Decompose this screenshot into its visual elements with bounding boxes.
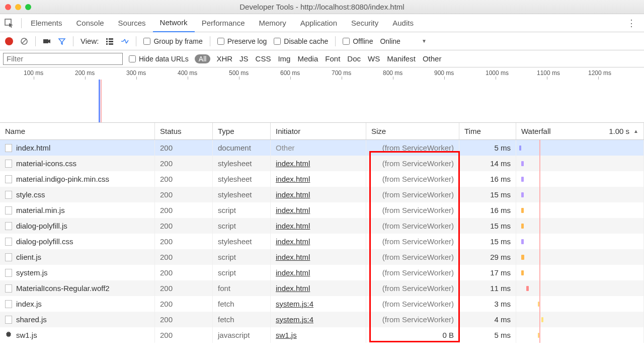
cell-status: 200 <box>155 280 213 296</box>
waterfall-bar <box>526 286 529 291</box>
tab-application[interactable]: Application <box>293 14 344 32</box>
tab-elements[interactable]: Elements <box>24 14 69 32</box>
table-row[interactable]: client.js200scriptindex.html(from Servic… <box>0 249 644 265</box>
cell-initiator[interactable]: system.js:4 <box>271 312 366 327</box>
cell-type: document <box>213 140 271 156</box>
tab-security[interactable]: Security <box>344 14 385 32</box>
cell-time: 16 ms <box>459 202 516 218</box>
offline-checkbox[interactable]: Offline <box>343 37 373 45</box>
close-window-icon[interactable] <box>5 4 11 10</box>
table-row[interactable]: dialog-polyfill.css200stylesheetindex.ht… <box>0 234 644 249</box>
table-row[interactable]: system.js200scriptindex.html(from Servic… <box>0 265 644 280</box>
large-rows-icon[interactable] <box>106 37 114 45</box>
cell-initiator[interactable]: sw1.js <box>271 327 366 343</box>
view-label: View: <box>80 37 99 45</box>
waterfall-bar <box>521 239 524 244</box>
request-name: material.indigo-pink.min.css <box>16 175 109 183</box>
cell-initiator[interactable]: system.js:4 <box>271 296 366 312</box>
filter-type-manifest[interactable]: Manifest <box>387 54 416 63</box>
filter-type-xhr[interactable]: XHR <box>216 54 232 63</box>
table-row[interactable]: MaterialIcons-Regular.woff2200fontindex.… <box>0 280 644 296</box>
cell-initiator[interactable]: index.html <box>271 265 366 280</box>
group-by-frame-checkbox[interactable]: Group by frame <box>143 37 202 45</box>
cell-status: 200 <box>155 202 213 218</box>
overview-icon[interactable] <box>121 37 129 45</box>
preserve-log-checkbox[interactable]: Preserve log <box>217 37 267 45</box>
request-name: index.js <box>16 300 42 308</box>
tab-performance[interactable]: Performance <box>195 14 252 32</box>
table-row[interactable]: material.indigo-pink.min.css200styleshee… <box>0 171 644 187</box>
cell-status: 200 <box>155 187 213 202</box>
cell-type: script <box>213 265 271 280</box>
filter-type-css[interactable]: CSS <box>256 54 271 63</box>
file-icon <box>5 269 12 277</box>
filter-all[interactable]: All <box>195 54 211 63</box>
more-menu-icon[interactable]: ⋮ <box>623 18 640 29</box>
tab-memory[interactable]: Memory <box>252 14 293 32</box>
file-icon <box>5 284 12 293</box>
col-waterfall[interactable]: Waterfall 1.00 s▲ <box>516 123 644 139</box>
separator <box>136 36 136 46</box>
throttle-select[interactable]: Online▼ <box>380 37 426 45</box>
cell-initiator[interactable]: index.html <box>271 171 366 187</box>
cell-initiator[interactable]: index.html <box>271 218 366 234</box>
load-line <box>101 80 102 122</box>
cell-initiator[interactable]: index.html <box>271 202 366 218</box>
cell-initiator[interactable]: index.html <box>271 234 366 249</box>
filter-type-other[interactable]: Other <box>423 54 442 63</box>
col-name[interactable]: Name <box>0 123 155 139</box>
col-initiator[interactable]: Initiator <box>271 123 366 139</box>
timeline-overview[interactable]: 100 ms200 ms300 ms400 ms500 ms600 ms700 … <box>0 67 644 123</box>
filter-type-img[interactable]: Img <box>278 54 290 63</box>
filter-type-font[interactable]: Font <box>325 54 340 63</box>
table-row[interactable]: style.css200stylesheetindex.html(from Se… <box>0 187 644 202</box>
col-status[interactable]: Status <box>155 123 213 139</box>
col-time[interactable]: Time <box>459 123 516 139</box>
filter-type-doc[interactable]: Doc <box>347 54 361 63</box>
record-button[interactable] <box>5 37 13 45</box>
timeline-tick: 400 ms <box>178 69 197 77</box>
filter-type-media[interactable]: Media <box>297 54 318 63</box>
col-type[interactable]: Type <box>213 123 271 139</box>
tab-sources[interactable]: Sources <box>111 14 153 32</box>
table-row[interactable]: material-icons.css200stylesheetindex.htm… <box>0 156 644 171</box>
filter-icon[interactable] <box>58 37 66 45</box>
cell-status: 200 <box>155 327 213 343</box>
table-row[interactable]: index.js200fetchsystem.js:4(from Service… <box>0 296 644 312</box>
clear-icon[interactable] <box>20 37 28 45</box>
cell-time: 17 ms <box>459 265 516 280</box>
cell-status: 200 <box>155 234 213 249</box>
table-row[interactable]: sw1.js200javascriptsw1.js0 B5 ms <box>0 327 644 343</box>
table-row[interactable]: shared.js200fetchsystem.js:4(from Servic… <box>0 312 644 327</box>
request-name: material-icons.css <box>16 159 76 168</box>
camera-icon[interactable] <box>43 37 51 45</box>
cell-waterfall <box>516 218 644 234</box>
cell-initiator[interactable]: index.html <box>271 187 366 202</box>
waterfall-bar <box>521 192 524 197</box>
minimize-window-icon[interactable] <box>15 4 21 10</box>
waterfall-bar <box>538 333 539 338</box>
tab-network[interactable]: Network <box>153 14 195 32</box>
cell-initiator[interactable]: index.html <box>271 280 366 296</box>
maximize-window-icon[interactable] <box>25 4 31 10</box>
table-row[interactable]: material.min.js200scriptindex.html(from … <box>0 202 644 218</box>
table-row[interactable]: dialog-polyfill.js200scriptindex.html(fr… <box>0 218 644 234</box>
hide-data-urls-checkbox[interactable]: Hide data URLs <box>129 55 189 63</box>
timeline-tick: 300 ms <box>126 69 146 77</box>
tab-console[interactable]: Console <box>69 14 111 32</box>
svg-rect-8 <box>106 43 108 45</box>
cell-initiator[interactable]: index.html <box>271 156 366 171</box>
inspect-element-icon[interactable] <box>4 18 14 28</box>
col-size[interactable]: Size <box>366 123 459 139</box>
disable-cache-checkbox[interactable]: Disable cache <box>274 37 328 45</box>
filter-type-ws[interactable]: WS <box>368 54 380 63</box>
cell-status: 200 <box>155 171 213 187</box>
table-row[interactable]: index.html200documentOther(from ServiceW… <box>0 140 644 156</box>
cell-time: 15 ms <box>459 234 516 249</box>
cell-waterfall <box>516 312 644 327</box>
filter-input[interactable] <box>3 53 123 65</box>
cell-initiator[interactable]: index.html <box>271 249 366 265</box>
timeline-tick: 900 ms <box>434 69 454 77</box>
filter-type-js[interactable]: JS <box>239 54 249 63</box>
tab-audits[interactable]: Audits <box>385 14 421 32</box>
